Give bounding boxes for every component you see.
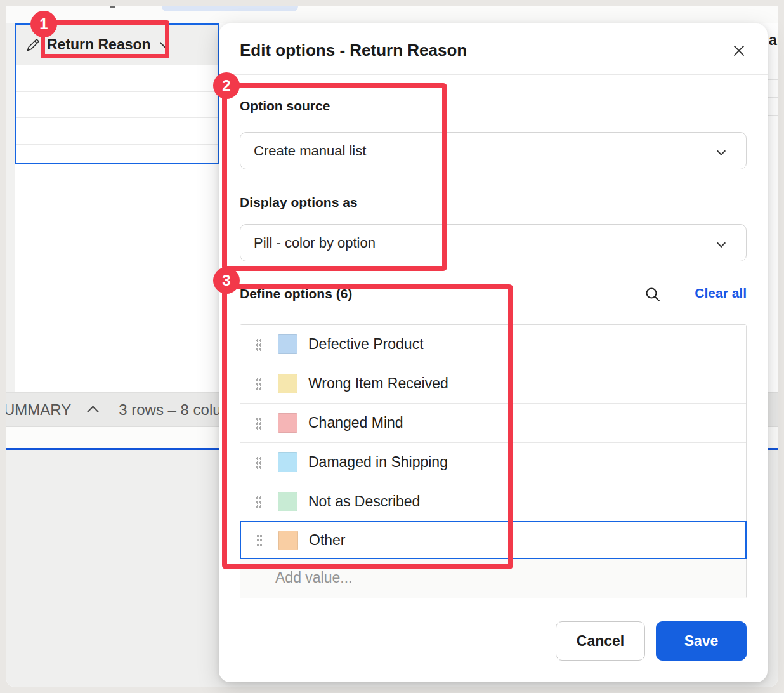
option-label[interactable]: Changed Mind bbox=[308, 414, 403, 432]
modal-title: Edit options - Return Reason bbox=[240, 41, 467, 60]
save-button[interactable]: Save bbox=[656, 621, 747, 661]
option-row[interactable]: Defective Product bbox=[240, 325, 746, 364]
column-title: Return Reason bbox=[47, 36, 151, 53]
drag-handle-icon[interactable] bbox=[256, 456, 261, 469]
chevron-down-icon bbox=[717, 147, 726, 155]
chevron-down-icon[interactable] bbox=[159, 38, 169, 48]
option-row[interactable]: Other bbox=[240, 521, 747, 559]
option-label[interactable]: Damaged in Shipping bbox=[308, 454, 448, 471]
option-source-dropdown[interactable]: Create manual list bbox=[240, 132, 747, 169]
column-header-return-reason[interactable]: Return Reason bbox=[16, 25, 218, 65]
option-color-swatch[interactable] bbox=[278, 531, 298, 550]
drag-handle-icon[interactable] bbox=[256, 378, 261, 390]
search-icon[interactable] bbox=[644, 286, 662, 303]
add-value-input[interactable] bbox=[275, 569, 656, 586]
option-label[interactable]: Not as Described bbox=[308, 493, 420, 510]
option-source-value: Create manual list bbox=[254, 143, 366, 159]
pencil-icon bbox=[25, 37, 41, 53]
selected-column[interactable]: Return Reason bbox=[15, 23, 219, 164]
add-value-row[interactable] bbox=[240, 558, 746, 598]
edit-options-modal: Edit options - Return Reason Option sour… bbox=[219, 23, 768, 682]
option-color-swatch[interactable] bbox=[278, 413, 297, 433]
option-row[interactable]: Changed Mind bbox=[240, 404, 746, 443]
grid-row-divider bbox=[16, 91, 218, 92]
option-source-label: Option source bbox=[240, 98, 330, 114]
option-color-swatch[interactable] bbox=[278, 452, 297, 472]
screenshot-root: ai Return Reason UMMARY 3 rows bbox=[0, 0, 784, 693]
collapse-caret-icon[interactable] bbox=[88, 406, 99, 417]
clear-all-link[interactable]: Clear all bbox=[695, 286, 747, 301]
top-toolbar-strip bbox=[6, 6, 778, 23]
display-options-value: Pill - color by option bbox=[254, 235, 376, 251]
option-row[interactable]: Not as Described bbox=[240, 482, 746, 522]
display-options-dropdown[interactable]: Pill - color by option bbox=[240, 224, 747, 261]
partial-column-header-text: ai bbox=[769, 32, 778, 49]
drag-handle-icon[interactable] bbox=[256, 338, 261, 351]
option-row[interactable]: Wrong Item Received bbox=[240, 364, 746, 404]
grid-row-divider bbox=[16, 117, 218, 118]
drag-handle-icon[interactable] bbox=[256, 496, 261, 508]
define-options-label: Define options (6) bbox=[240, 286, 352, 301]
option-label[interactable]: Defective Product bbox=[308, 336, 424, 353]
option-label[interactable]: Wrong Item Received bbox=[308, 375, 448, 392]
drag-handle-icon[interactable] bbox=[256, 417, 261, 430]
active-tab-indicator[interactable] bbox=[162, 6, 298, 11]
option-row[interactable]: Damaged in Shipping bbox=[240, 443, 746, 482]
option-color-swatch[interactable] bbox=[278, 374, 297, 393]
chevron-down-icon bbox=[717, 239, 726, 248]
display-options-label: Display options as bbox=[240, 195, 358, 210]
options-list: Defective ProductWrong Item ReceivedChan… bbox=[240, 324, 747, 598]
option-label[interactable]: Other bbox=[309, 532, 346, 549]
drag-handle-icon[interactable] bbox=[256, 534, 262, 546]
cancel-button[interactable]: Cancel bbox=[556, 621, 645, 661]
option-color-swatch[interactable] bbox=[278, 334, 297, 354]
define-options-header: Define options (6) Clear all bbox=[240, 285, 747, 307]
modal-title-divider bbox=[219, 74, 768, 75]
option-color-swatch[interactable] bbox=[278, 492, 297, 512]
close-icon[interactable] bbox=[729, 41, 748, 60]
partial-toolbar-glyph bbox=[110, 6, 115, 8]
grid-row-divider bbox=[16, 144, 218, 145]
row-number-gutter bbox=[6, 23, 15, 392]
summary-label: UMMARY bbox=[6, 401, 71, 419]
